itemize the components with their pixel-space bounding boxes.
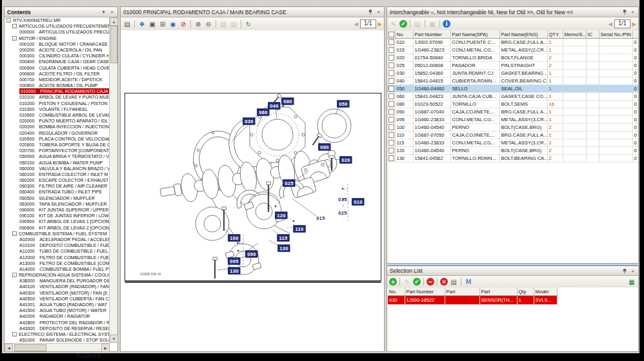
tree-item[interactable]: 020200 BOMBA INYECCION / INJECTION bbox=[5, 124, 109, 130]
zoom-out-icon[interactable]: ⊖ bbox=[204, 19, 213, 28]
tree-item[interactable]: 000000 ARTICULOS UTILIZADOS FRECU bbox=[5, 29, 109, 35]
row-checkbox[interactable] bbox=[388, 132, 394, 138]
tree-item[interactable]: 000300 CILINDRO CULATA / CYLINDER H bbox=[5, 53, 109, 59]
tree-item[interactable]: 050000 AGUA BRIDA Y TERMOSTATO / V bbox=[5, 153, 109, 159]
tree-item[interactable]: 000400 ENGRANAJE CAJA / GEAR CASE bbox=[5, 59, 109, 64]
print-icon[interactable]: ▤ bbox=[449, 277, 458, 286]
column-header[interactable]: Part bbox=[445, 288, 479, 296]
tree-expand-toggle[interactable]: - bbox=[6, 18, 11, 23]
chevron-down-icon[interactable]: ▾ bbox=[101, 9, 106, 15]
diagram-callout-080[interactable]: 080 bbox=[281, 98, 294, 105]
diagram-callout-120[interactable]: 120 bbox=[275, 212, 287, 219]
column-header[interactable]: Part Number bbox=[413, 30, 450, 39]
tree-item[interactable]: A41500 AGUA TUBO (MOTOR) / WATER bbox=[5, 307, 109, 313]
diagram-callout-130[interactable]: 130 bbox=[228, 268, 240, 275]
close-icon[interactable]: × bbox=[630, 9, 636, 15]
table-row[interactable]: 02001754-50840TORNILLO,BRIDABOLT,FLANGE2… bbox=[387, 54, 638, 62]
table-row[interactable]: 1201G460-04540PERNOBOLT(CASE,BRG)20 bbox=[387, 147, 638, 155]
pan-icon[interactable]: ✥ bbox=[137, 19, 146, 28]
next-page-icon[interactable]: ▶ bbox=[632, 21, 636, 27]
csv-export-icon[interactable]: ▦ bbox=[627, 277, 636, 286]
pin-icon[interactable] bbox=[621, 268, 627, 274]
tree-item[interactable]: 000800 ACEITE BOMBA / OIL PUMP bbox=[5, 83, 109, 88]
column-header[interactable]: Part Number bbox=[405, 288, 445, 296]
tree-item[interactable]: A12000 FILTRO DE COMBUSTIBLE / FUE bbox=[5, 255, 109, 260]
table-row[interactable]: 0501G460-04460SELLOSEAL,OIL10 bbox=[387, 85, 638, 93]
diagram-callout-090[interactable]: 090 bbox=[245, 251, 257, 258]
selection-row[interactable]: 0301J500-18522SENSOR(TH...1SVL9... bbox=[388, 296, 557, 305]
tree-item[interactable]: A42000 RADIADOR / RADIATOR bbox=[5, 313, 109, 319]
tree-item[interactable]: 000200 ACEITE CACEROLA / OIL PAN bbox=[5, 47, 109, 53]
row-checkbox[interactable] bbox=[388, 55, 394, 61]
diagram-callout-040[interactable]: 040 bbox=[268, 102, 280, 110]
diagram-callout-080[interactable]: 080 bbox=[318, 144, 330, 151]
column-header[interactable] bbox=[632, 30, 638, 39]
tree-group[interactable]: -ARTÍCULOS UTILIZADOS FRECUENTEMENTE bbox=[5, 23, 109, 29]
scroll-down-icon[interactable]: ▼ bbox=[110, 335, 118, 343]
select-all-checkbox[interactable] bbox=[388, 32, 394, 37]
confirm-icon[interactable]: ✔ bbox=[413, 278, 421, 286]
table-row[interactable]: 0101J002-07090CONJ.PUENTE C...BRG.CASE,F… bbox=[387, 39, 638, 46]
column-header[interactable]: IC bbox=[586, 30, 599, 39]
close-icon[interactable]: × bbox=[109, 9, 115, 15]
tree-expand-toggle[interactable]: - bbox=[12, 332, 17, 337]
diagram-canvas[interactable]: 1G826-036-10 080040050060030080020025120… bbox=[121, 30, 384, 351]
table-row[interactable]: 03015852-04360JUNTA,RDMNT CJGASKET,BEARI… bbox=[387, 70, 638, 77]
column-header[interactable]: Part Name(SPA) bbox=[450, 30, 499, 39]
column-header[interactable]: Part bbox=[479, 288, 517, 296]
tree-item[interactable]: 060400 ENTRADA TUBO / INLET PIPE bbox=[5, 189, 109, 195]
diagram-callout-060[interactable]: 060 bbox=[257, 109, 269, 116]
diagram-callout-100[interactable]: 100 bbox=[228, 235, 240, 242]
column-header[interactable]: QTY bbox=[547, 30, 563, 39]
row-checkbox[interactable] bbox=[388, 47, 394, 53]
diagram-callout-030[interactable]: 030 bbox=[243, 118, 255, 125]
tree-item[interactable]: A51000 PARAR SOLENOIDE / STOP SOLE bbox=[5, 337, 109, 343]
edit-icon[interactable]: ✎ bbox=[403, 277, 412, 286]
scrollbar-thumb[interactable] bbox=[110, 26, 117, 63]
tree-item[interactable]: 063000 TAPA SILENCIADOR / MUFFLER bbox=[5, 201, 109, 207]
table-row[interactable]: 06015841-04823JUNTA,CAJA CUB...GASKET,CA… bbox=[387, 93, 638, 101]
diagram-callout-130[interactable]: 130 bbox=[277, 245, 290, 252]
column-header[interactable]: Part Name(ENG) bbox=[499, 30, 547, 39]
tree-item[interactable]: A40100 VENTILADOR (RADIADOR) / FAN bbox=[5, 284, 109, 289]
scroll-up-icon[interactable]: ▲ bbox=[110, 17, 118, 26]
row-checkbox[interactable] bbox=[388, 124, 394, 130]
tree-group[interactable]: -ELECTRICO SISTEMA / ELECTRICAL SYSTEM bbox=[5, 331, 109, 337]
table-row[interactable]: 0951G460-23833CONJ.METAL,CG...METAL,ASSY… bbox=[387, 116, 638, 124]
tree-item[interactable]: A14000 COMBUSTIBLE BOMBA / FUEL PU bbox=[5, 266, 109, 272]
tree-item[interactable]: 060000 VALVULA Y BALANCIN BRAZO / V bbox=[5, 166, 109, 171]
tree-expand-toggle[interactable]: - bbox=[12, 36, 17, 41]
delete-icon[interactable]: × bbox=[440, 278, 448, 286]
row-checkbox[interactable] bbox=[388, 109, 394, 115]
diagram-callout-115[interactable]: 115 bbox=[277, 235, 290, 242]
row-checkbox[interactable] bbox=[388, 86, 394, 92]
info-icon[interactable]: i bbox=[443, 20, 450, 28]
prev-view-icon[interactable]: ▤ bbox=[219, 19, 228, 28]
row-checkbox[interactable] bbox=[388, 63, 394, 68]
tree-group[interactable]: -RTV-X900NSTREU MR bbox=[5, 17, 109, 23]
tree-expand-toggle[interactable]: - bbox=[12, 273, 17, 277]
scrollbar-thumb[interactable] bbox=[14, 344, 46, 351]
print-icon[interactable]: ▤ bbox=[123, 19, 132, 28]
tree-group[interactable]: -REFRIGERACION AGUA SISTEMA / COOLING V bbox=[5, 272, 109, 278]
row-checkbox[interactable] bbox=[388, 140, 394, 146]
close-icon[interactable]: × bbox=[630, 268, 636, 274]
tree-item[interactable]: A13000 FILTRO DE COMBUSTIBLE [COM bbox=[5, 260, 109, 266]
row-checkbox[interactable] bbox=[388, 148, 394, 153]
table-row[interactable]: 0151G460-23823CONJ.METAL,CG...METAL,ASSY… bbox=[387, 46, 638, 54]
tree-expand-toggle[interactable]: - bbox=[12, 24, 17, 28]
tree-item[interactable]: A11000 TUBO DE COMBUSTIBLE / FUEL bbox=[5, 248, 109, 254]
scroll-right-icon[interactable]: ▶ bbox=[101, 344, 110, 352]
clear-marks-icon[interactable]: ⊘ bbox=[179, 19, 188, 28]
table-row[interactable]: 1151G460-23833CONJ.METAL,CG...METAL,ASSY… bbox=[387, 139, 638, 147]
tree-item[interactable]: 020000 PUNTO MUERTO APARATO / IDL bbox=[5, 118, 109, 124]
row-checkbox[interactable] bbox=[388, 117, 394, 122]
tree-item[interactable]: 050100 AGUA BOMBA / WATER PUMP bbox=[5, 160, 109, 166]
contents-vertical-scrollbar[interactable]: ▲ ▼ bbox=[109, 17, 117, 343]
contents-horizontal-scrollbar[interactable]: ◀ ▶ bbox=[5, 343, 110, 351]
remove-icon[interactable]: − bbox=[427, 278, 434, 286]
close-icon[interactable]: × bbox=[376, 9, 381, 15]
pin-icon[interactable] bbox=[621, 9, 627, 15]
copy-icon[interactable]: ▤ bbox=[413, 19, 422, 28]
prev-page-icon[interactable]: ◀ bbox=[354, 21, 358, 27]
